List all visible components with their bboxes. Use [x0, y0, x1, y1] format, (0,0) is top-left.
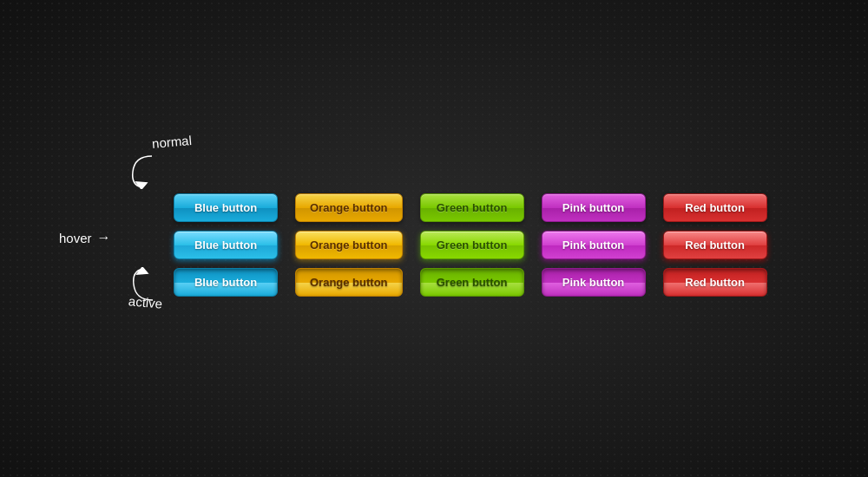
- hover-label: hover →: [59, 230, 111, 245]
- active-row: Blue button Orange button Green button P…: [165, 264, 776, 301]
- hover-arrow-icon: →: [97, 230, 111, 245]
- orange-active-button[interactable]: Orange button: [295, 268, 403, 297]
- blue-normal-button[interactable]: Blue button: [174, 193, 278, 222]
- blue-hover-button[interactable]: Blue button: [174, 231, 278, 259]
- normal-row: Blue button Orange button Green button P…: [165, 189, 776, 226]
- hover-row: Blue button Orange button Green button P…: [165, 226, 776, 264]
- button-grid: Blue button Orange button Green button P…: [165, 189, 776, 301]
- orange-hover-button[interactable]: Orange button: [295, 231, 403, 259]
- orange-normal-button[interactable]: Orange button: [295, 193, 403, 222]
- normal-label: normal: [151, 133, 192, 151]
- normal-arrow: [126, 154, 169, 189]
- green-active-button[interactable]: Green button: [420, 268, 524, 297]
- red-active-button[interactable]: Red button: [663, 268, 767, 297]
- pink-active-button[interactable]: Pink button: [542, 268, 646, 297]
- blue-active-button[interactable]: Blue button: [174, 268, 278, 297]
- red-hover-button[interactable]: Red button: [663, 231, 767, 259]
- pink-normal-button[interactable]: Pink button: [542, 193, 646, 222]
- red-normal-button[interactable]: Red button: [663, 193, 767, 222]
- green-hover-button[interactable]: Green button: [420, 231, 524, 259]
- pink-hover-button[interactable]: Pink button: [542, 231, 646, 259]
- green-normal-button[interactable]: Green button: [420, 193, 524, 222]
